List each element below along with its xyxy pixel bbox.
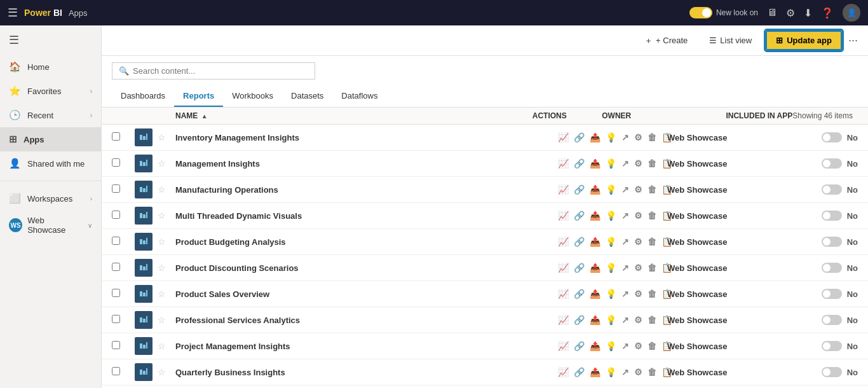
settings-icon[interactable]: ⚙ bbox=[632, 183, 644, 196]
share-icon[interactable]: ↗ bbox=[620, 183, 631, 196]
sidebar-item-recent[interactable]: 🕒 Recent › bbox=[0, 103, 101, 127]
delete-icon[interactable]: 🗑 bbox=[646, 131, 658, 144]
row-star-wrap[interactable]: ☆ bbox=[158, 211, 175, 221]
row-checkbox[interactable] bbox=[112, 211, 120, 219]
included-toggle[interactable] bbox=[822, 315, 842, 325]
export-icon[interactable]: 📤 bbox=[588, 157, 602, 170]
col-name-header[interactable]: NAME ▲ bbox=[175, 111, 497, 120]
line-chart-icon[interactable]: 📈 bbox=[556, 261, 571, 274]
settings-icon[interactable]: ⚙ bbox=[632, 261, 644, 274]
update-app-button[interactable]: ⊞ Update app bbox=[766, 31, 842, 50]
tab-dataflows[interactable]: Dataflows bbox=[332, 86, 386, 107]
share-link-icon[interactable]: 🔗 bbox=[572, 157, 587, 170]
delete-icon[interactable]: 🗑 bbox=[646, 288, 658, 300]
star-icon[interactable]: ☆ bbox=[158, 289, 166, 299]
export-icon[interactable]: 📤 bbox=[588, 340, 602, 352]
share-link-icon[interactable]: 🔗 bbox=[572, 131, 587, 144]
row-star-wrap[interactable]: ☆ bbox=[158, 315, 175, 325]
sidebar-item-home[interactable]: 🏠 Home bbox=[0, 55, 101, 79]
delete-icon[interactable]: 🗑 bbox=[646, 183, 658, 196]
included-toggle[interactable] bbox=[822, 341, 842, 351]
insights-icon[interactable]: 💡 bbox=[604, 366, 618, 378]
row-checkbox[interactable] bbox=[112, 132, 120, 141]
star-icon[interactable]: ☆ bbox=[158, 315, 166, 325]
delete-icon[interactable]: 🗑 bbox=[646, 314, 658, 326]
row-star-wrap[interactable]: ☆ bbox=[158, 367, 175, 377]
included-toggle[interactable] bbox=[822, 211, 842, 221]
star-icon[interactable]: ☆ bbox=[158, 184, 166, 195]
settings-icon[interactable]: ⚙ bbox=[632, 340, 644, 352]
line-chart-icon[interactable]: 📈 bbox=[556, 209, 571, 222]
line-chart-icon[interactable]: 📈 bbox=[556, 157, 571, 170]
settings-icon[interactable]: ⚙ bbox=[632, 288, 644, 300]
share-icon[interactable]: ↗ bbox=[620, 340, 631, 352]
export-icon[interactable]: 📤 bbox=[588, 314, 602, 326]
insights-icon[interactable]: 💡 bbox=[604, 209, 618, 222]
share-link-icon[interactable]: 🔗 bbox=[572, 261, 587, 274]
row-checkbox[interactable] bbox=[112, 237, 120, 245]
row-name[interactable]: Professional Services Analytics bbox=[175, 315, 562, 325]
line-chart-icon[interactable]: 📈 bbox=[556, 314, 571, 326]
row-star-wrap[interactable]: ☆ bbox=[158, 184, 175, 195]
settings-icon[interactable]: ⚙ bbox=[632, 131, 644, 144]
line-chart-icon[interactable]: 📈 bbox=[556, 288, 571, 300]
settings-icon[interactable]: ⚙ bbox=[632, 235, 644, 248]
share-icon[interactable]: ↗ bbox=[620, 157, 631, 170]
insights-icon[interactable]: 💡 bbox=[604, 340, 618, 352]
share-icon[interactable]: ↗ bbox=[620, 314, 631, 326]
insights-icon[interactable]: 💡 bbox=[604, 261, 618, 274]
insights-icon[interactable]: 💡 bbox=[604, 235, 618, 248]
included-toggle[interactable] bbox=[822, 158, 842, 169]
star-icon[interactable]: ☆ bbox=[158, 132, 166, 142]
delete-icon[interactable]: 🗑 bbox=[646, 235, 658, 248]
row-name[interactable]: Project Management Insights bbox=[175, 342, 562, 351]
tab-datasets[interactable]: Datasets bbox=[282, 86, 332, 107]
delete-icon[interactable]: 🗑 bbox=[646, 157, 658, 170]
settings-icon[interactable]: ⚙ bbox=[786, 7, 795, 19]
insights-icon[interactable]: 💡 bbox=[604, 157, 618, 170]
row-name[interactable]: Management Insights bbox=[175, 159, 562, 169]
share-icon[interactable]: ↗ bbox=[620, 288, 631, 300]
row-star-wrap[interactable]: ☆ bbox=[158, 289, 175, 299]
row-checkbox[interactable] bbox=[112, 341, 120, 349]
export-icon[interactable]: 📤 bbox=[588, 131, 602, 144]
included-toggle[interactable] bbox=[822, 237, 842, 247]
export-icon[interactable]: 📤 bbox=[588, 261, 602, 274]
line-chart-icon[interactable]: 📈 bbox=[556, 131, 571, 144]
row-star-wrap[interactable]: ☆ bbox=[158, 341, 175, 351]
star-icon[interactable]: ☆ bbox=[158, 158, 166, 169]
insights-icon[interactable]: 💡 bbox=[604, 314, 618, 326]
tab-dashboards[interactable]: Dashboards bbox=[112, 86, 174, 107]
delete-icon[interactable]: 🗑 bbox=[646, 209, 658, 222]
settings-icon[interactable]: ⚙ bbox=[632, 314, 644, 326]
export-icon[interactable]: 📤 bbox=[588, 209, 602, 222]
hamburger-icon[interactable]: ☰ bbox=[8, 6, 18, 20]
share-link-icon[interactable]: 🔗 bbox=[572, 209, 587, 222]
monitor-icon[interactable]: 🖥 bbox=[767, 7, 777, 18]
share-link-icon[interactable]: 🔗 bbox=[572, 314, 587, 326]
star-icon[interactable]: ☆ bbox=[158, 367, 166, 377]
tab-workbooks[interactable]: Workbooks bbox=[223, 86, 282, 107]
included-toggle[interactable] bbox=[822, 367, 842, 377]
row-name[interactable]: Product Sales Overview bbox=[175, 289, 562, 299]
sidebar-item-web-showcase[interactable]: WS Web Showcase ∨ bbox=[0, 211, 101, 240]
share-link-icon[interactable]: 🔗 bbox=[572, 183, 587, 196]
sidebar-collapse-button[interactable]: ☰ bbox=[0, 25, 101, 55]
delete-icon[interactable]: 🗑 bbox=[646, 366, 658, 378]
line-chart-icon[interactable]: 📈 bbox=[556, 183, 571, 196]
insights-icon[interactable]: 💡 bbox=[604, 288, 618, 300]
included-toggle[interactable] bbox=[822, 289, 842, 299]
search-input-wrap[interactable]: 🔍 bbox=[112, 62, 315, 80]
line-chart-icon[interactable]: 📈 bbox=[556, 235, 571, 248]
share-icon[interactable]: ↗ bbox=[620, 366, 631, 378]
sidebar-item-apps[interactable]: ⊞ Apps bbox=[0, 127, 101, 151]
help-icon[interactable]: ❓ bbox=[821, 7, 834, 19]
row-checkbox[interactable] bbox=[112, 158, 120, 167]
export-icon[interactable]: 📤 bbox=[588, 183, 602, 196]
search-input[interactable] bbox=[133, 66, 308, 76]
row-name[interactable]: Manufacturing Operations bbox=[175, 185, 562, 195]
row-checkbox[interactable] bbox=[112, 263, 120, 271]
star-icon[interactable]: ☆ bbox=[158, 211, 166, 221]
share-link-icon[interactable]: 🔗 bbox=[572, 366, 587, 378]
share-icon[interactable]: ↗ bbox=[620, 131, 631, 144]
